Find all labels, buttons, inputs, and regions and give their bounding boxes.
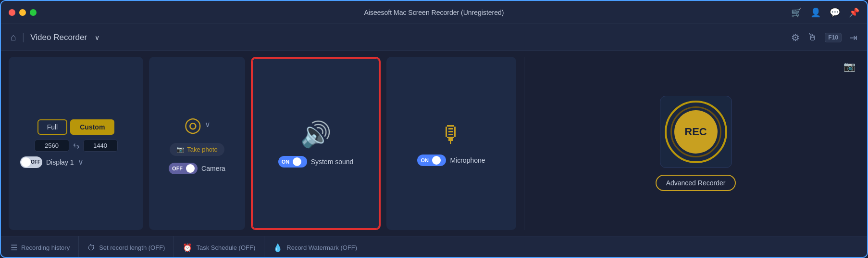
rec-label: REC [684,126,707,138]
camera-toggle[interactable]: OFF [169,163,198,174]
exit-icon[interactable]: ⇥ [849,32,857,43]
rec-ring-inner: REC [670,106,721,157]
window-title: Aiseesoft Mac Screen Recorder (Unregiste… [364,9,504,16]
camera-panel: ◎ ∨ 📷 Take photo OFF Camera [149,57,245,230]
sound-icon: 🔊 [300,120,332,149]
bottom-bar: ☰ Recording history ⏱ Set record length … [1,236,867,258]
mic-toggle-label: ON [419,157,430,163]
recording-history-item[interactable]: ☰ Recording history [11,236,79,258]
settings-icon[interactable]: ⚙ [791,32,800,43]
close-button[interactable] [9,9,15,16]
screen-panel: Full Custom ⇆ OFF Display 1 ∨ [9,57,143,230]
camera-label: Camera [201,165,225,172]
sound-toggle[interactable]: ON [278,156,307,168]
sound-panel: 🔊 ON System sound [251,57,381,230]
rec-ring-outer: REC [665,101,727,163]
title-bar-actions: 🛒 👤 💬 📌 [791,7,859,18]
sound-toggle-label: ON [280,159,291,165]
task-schedule-label: Task Schedule (OFF) [196,244,255,251]
schedule-icon: ⏰ [183,243,192,252]
camera-icon: ◎ [184,113,202,136]
rec-circle-outer: REC [660,96,732,168]
mic-panel: 🎙 ON Microphone [386,57,516,230]
record-watermark-item[interactable]: 💧 Record Watermark (OFF) [264,236,366,258]
width-input[interactable] [35,140,69,152]
toolbar-right: ⚙ 🖱 F10 ⇥ [791,32,857,43]
snapshot-icon[interactable]: 📷 [843,61,856,72]
pin-icon[interactable]: 📌 [849,7,859,18]
vertical-divider [524,57,524,230]
history-icon: ☰ [11,243,17,252]
clock-icon: ⏱ [87,244,95,252]
rec-button[interactable]: REC [674,110,718,154]
task-schedule-item[interactable]: ⏰ Task Schedule (OFF) [174,236,264,258]
display-toggle[interactable]: OFF [20,156,42,168]
cart-icon[interactable]: 🛒 [791,7,802,18]
full-size-button[interactable]: Full [37,119,68,135]
maximize-button[interactable] [30,9,37,16]
display-row: OFF Display 1 ∨ [15,156,136,168]
mouse-icon[interactable]: 🖱 [807,32,817,43]
recorder-dropdown[interactable]: ∨ [95,34,99,41]
camera-toggle-knob [186,164,195,173]
title-bar: Aiseesoft Mac Screen Recorder (Unregiste… [1,1,867,24]
display-off-label: OFF [31,159,40,165]
account-icon[interactable]: 👤 [810,7,821,18]
camera-toggle-row: OFF Camera [169,163,225,174]
camera-dropdown-arrow[interactable]: ∨ [205,120,211,129]
set-record-length-label: Set record length (OFF) [99,244,165,251]
rec-panel: 📷 REC Advanced Recorder [532,57,859,230]
chat-icon[interactable]: 💬 [830,7,840,18]
toolbar-divider: | [22,32,25,43]
mic-toggle-row: ON Microphone [417,155,485,166]
mic-toggle-knob [432,156,441,165]
size-buttons: Full Custom [15,119,136,135]
mic-toggle[interactable]: ON [417,155,446,166]
height-input[interactable] [83,140,118,152]
minimize-button[interactable] [19,9,26,16]
take-photo-button[interactable]: 📷 Take photo [170,143,224,156]
toolbar: ⌂ | Video Recorder ∨ ⚙ 🖱 F10 ⇥ [1,24,867,51]
set-record-length-item[interactable]: ⏱ Set record length (OFF) [79,236,174,258]
home-icon[interactable]: ⌂ [11,32,16,43]
camera-small-icon: 📷 [176,146,184,153]
display-toggle-knob [21,157,31,167]
record-watermark-label: Record Watermark (OFF) [286,244,357,251]
custom-size-button[interactable]: Custom [70,119,114,135]
system-sound-label: System sound [311,158,354,166]
camera-icon-wrap: ◎ ∨ [184,113,211,136]
sound-toggle-knob [293,157,301,166]
main-content: Full Custom ⇆ OFF Display 1 ∨ ◎ ∨ 📷 Take… [1,51,867,236]
recording-history-label: Recording history [21,244,70,251]
dimensions-row: ⇆ [35,140,118,152]
hotkey-badge[interactable]: F10 [825,33,842,42]
take-photo-label: Take photo [187,146,218,153]
camera-toggle-label: OFF [171,166,184,171]
display-label: Display 1 [46,158,74,166]
sound-toggle-row: ON System sound [278,156,354,168]
advanced-recorder-button[interactable]: Advanced Recorder [656,175,736,191]
display-dropdown-arrow[interactable]: ∨ [78,157,84,167]
swap-icon: ⇆ [73,141,79,150]
microphone-label: Microphone [450,156,485,164]
recorder-title: Video Recorder [30,33,87,42]
microphone-icon: 🎙 [440,121,463,148]
traffic-lights [9,9,37,16]
watermark-icon: 💧 [273,243,283,252]
